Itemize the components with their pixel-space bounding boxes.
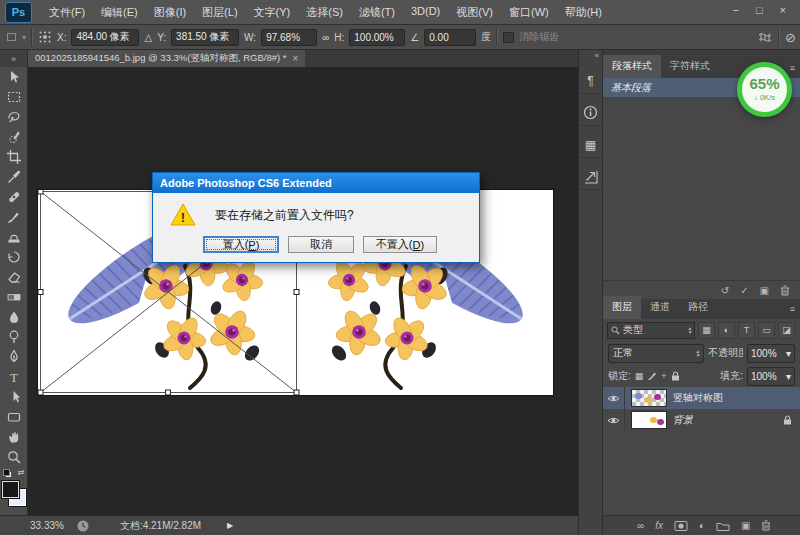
layer-row-background[interactable]: 背景	[603, 409, 800, 431]
crop-tool[interactable]	[0, 147, 28, 167]
opacity-value-field[interactable]: 100% ▾	[747, 344, 795, 363]
width-value-field[interactable]: 97.68%	[261, 29, 317, 46]
height-value-field[interactable]: 100.00%	[349, 29, 405, 46]
lasso-tool[interactable]	[0, 107, 28, 127]
filter-smart-object-icon[interactable]: ◪	[778, 322, 795, 339]
tool-preset-picker[interactable]: ▾	[6, 31, 26, 43]
layer-name[interactable]: 竖轴对称图	[673, 391, 723, 405]
status-menu-arrow[interactable]: ▶	[227, 521, 233, 530]
menu-help[interactable]: 帮助(H)	[558, 2, 609, 23]
dodge-tool[interactable]	[0, 327, 28, 347]
paragraph-panel-button[interactable]: ¶	[579, 68, 602, 94]
marquee-tool[interactable]	[0, 87, 28, 107]
foreground-color-swatch[interactable]	[2, 481, 19, 498]
lock-transparency-icon[interactable]: ▦	[635, 371, 644, 381]
maximize-button[interactable]: □	[756, 4, 763, 16]
menu-type[interactable]: 文字(Y)	[247, 2, 298, 23]
download-speed-badge[interactable]: 65% ↓ 0K/s	[737, 62, 792, 117]
filter-adjustment-icon[interactable]: ◐	[718, 322, 735, 339]
info-panel-button[interactable]	[579, 100, 602, 126]
tab-character-styles[interactable]: 字符样式	[661, 55, 719, 78]
y-value-field[interactable]: 381.50 像素	[171, 29, 239, 46]
redefine-style-icon[interactable]: ↺	[721, 285, 729, 296]
reference-point-icon[interactable]	[38, 30, 52, 44]
menu-select[interactable]: 选择(S)	[299, 2, 350, 23]
cancel-button[interactable]: 取消	[288, 236, 354, 253]
menu-layer[interactable]: 图层(L)	[195, 2, 244, 23]
warp-mode-icon[interactable]	[757, 30, 773, 44]
new-group-icon[interactable]	[716, 520, 730, 532]
relative-position-toggle[interactable]: △	[144, 32, 152, 43]
lock-paint-icon[interactable]	[647, 371, 657, 381]
filter-shape-icon[interactable]: ▭	[758, 322, 775, 339]
layer-style-icon[interactable]: fx	[655, 520, 663, 531]
delete-layer-icon[interactable]	[761, 520, 771, 531]
tab-paragraph-styles[interactable]: 段落样式	[603, 55, 661, 78]
menu-3d[interactable]: 3D(D)	[404, 2, 447, 23]
path-selection-tool[interactable]	[0, 387, 28, 407]
rectangle-tool[interactable]	[0, 407, 28, 427]
expand-panels-icon[interactable]: «	[579, 50, 602, 62]
move-tool[interactable]	[0, 67, 28, 87]
layer-filter-type-select[interactable]: 类型 ▴▾	[607, 322, 695, 339]
tab-close-icon[interactable]: ×	[293, 53, 299, 64]
delete-style-icon[interactable]	[780, 285, 790, 296]
tab-layers[interactable]: 图层	[603, 296, 641, 319]
lock-position-icon[interactable]: +	[661, 371, 666, 381]
menu-filter[interactable]: 滤镜(T)	[352, 2, 402, 23]
layer-thumbnail[interactable]	[631, 411, 667, 429]
close-button[interactable]: ×	[780, 4, 786, 16]
dont-place-button[interactable]: 不置入(D)	[363, 236, 437, 253]
place-button[interactable]: 置入(P)	[203, 236, 279, 253]
antialias-checkbox[interactable]	[503, 32, 514, 43]
quick-selection-tool[interactable]	[0, 127, 28, 147]
blend-mode-select[interactable]: 正常 ▴▾	[608, 344, 704, 363]
link-layers-icon[interactable]: ∞	[637, 520, 644, 531]
tab-channels[interactable]: 通道	[641, 296, 679, 319]
spot-healing-brush-tool[interactable]	[0, 187, 28, 207]
fill-value-field[interactable]: 100% ▾	[747, 367, 795, 386]
lock-all-icon[interactable]	[671, 371, 680, 381]
x-value-field[interactable]: 484.00 像素	[71, 29, 139, 46]
minimize-button[interactable]: −	[732, 4, 738, 16]
layer-name[interactable]: 背景	[673, 413, 693, 427]
default-colors-icon[interactable]	[3, 469, 12, 478]
swap-colors-icon[interactable]: ⇄	[18, 468, 25, 477]
blur-tool[interactable]	[0, 307, 28, 327]
canvas-area[interactable]	[28, 67, 578, 515]
angle-value-field[interactable]: 0.00	[424, 29, 476, 46]
menu-window[interactable]: 窗口(W)	[502, 2, 556, 23]
filter-type-icon[interactable]: T	[738, 322, 755, 339]
clear-override-icon[interactable]: ✓	[740, 285, 748, 296]
eyedropper-tool[interactable]	[0, 167, 28, 187]
visibility-toggle[interactable]	[603, 387, 625, 409]
filter-pixel-icon[interactable]: ▦	[698, 322, 715, 339]
pen-tool[interactable]	[0, 347, 28, 367]
hand-tool[interactable]	[0, 427, 28, 447]
link-dimensions-icon[interactable]: ∞	[322, 32, 329, 43]
measure-panel-button[interactable]	[579, 164, 602, 190]
new-style-icon[interactable]: ▣	[760, 285, 769, 296]
eraser-tool[interactable]	[0, 267, 28, 287]
visibility-toggle[interactable]	[603, 409, 625, 431]
swatches-panel-button[interactable]: ▦	[579, 132, 602, 158]
type-tool[interactable]: T	[0, 367, 28, 387]
panel-menu-icon[interactable]: ≡	[790, 63, 795, 73]
toolbar-collapse-icon[interactable]: »	[0, 50, 28, 67]
document-tab[interactable]: 0012025185941546_b.jpg @ 33.3%(竖轴对称图, RG…	[28, 50, 305, 67]
layer-row-symmetry[interactable]: 竖轴对称图	[603, 387, 800, 409]
clone-stamp-tool[interactable]	[0, 227, 28, 247]
layer-thumbnail[interactable]	[631, 389, 667, 407]
gradient-tool[interactable]	[0, 287, 28, 307]
panel-menu-icon[interactable]: ≡	[790, 304, 795, 314]
zoom-tool[interactable]	[0, 447, 28, 467]
menu-edit[interactable]: 编辑(E)	[94, 2, 145, 23]
zoom-level[interactable]: 33.33%	[30, 520, 64, 531]
new-layer-icon[interactable]: ▣	[741, 520, 750, 531]
dialog-title-bar[interactable]: Adobe Photoshop CS6 Extended	[153, 173, 479, 193]
document-info[interactable]: 文档:4.21M/2.82M	[120, 519, 201, 533]
adjustment-layer-icon[interactable]: ◐	[699, 520, 705, 531]
layer-mask-icon[interactable]	[674, 520, 688, 532]
menu-image[interactable]: 图像(I)	[147, 2, 193, 23]
tab-paths[interactable]: 路径	[679, 296, 717, 319]
